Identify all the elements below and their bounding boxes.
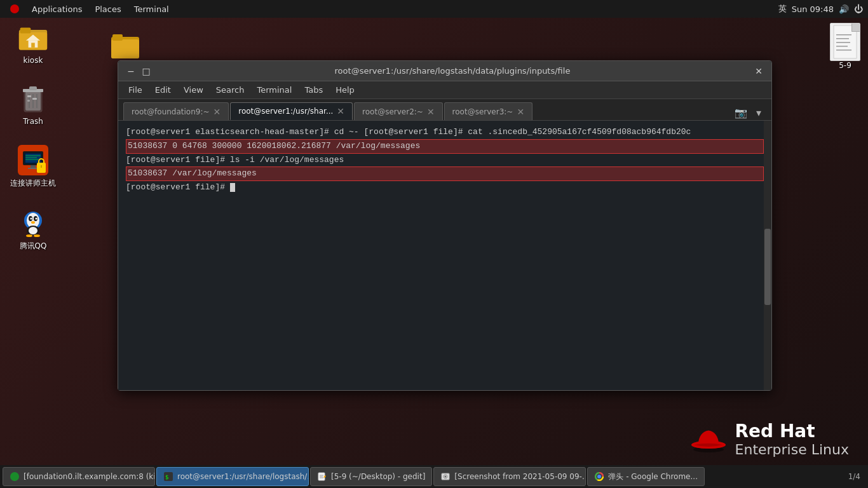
terminal-menubar: File Edit View Search Terminal Tabs Help <box>118 81 771 99</box>
desktop-icons-left: kiosk <box>8 23 58 252</box>
taskbar-chrome-label: 弹头 - Google Chrome... <box>608 471 698 482</box>
terminal-menu-terminal[interactable]: Terminal <box>252 84 297 96</box>
chrome-icon-svg <box>595 472 604 481</box>
taskbar-chrome-icon <box>594 471 604 482</box>
terminal-menu-edit[interactable]: Edit <box>150 84 176 96</box>
terminal-menu-tabs[interactable]: Tabs <box>299 84 328 96</box>
svg-rect-3 <box>20 27 31 33</box>
places-menu[interactable]: Places <box>90 3 126 15</box>
taskbar-item-terminal[interactable]: $ root@server1:/usr/share/logstash/... <box>156 467 309 486</box>
terminal-line-3-highlighted: 51038637 0 64768 300000 1620018062.21687… <box>126 139 764 154</box>
file-icon-59[interactable]: 5-9 <box>830 23 860 70</box>
kiosk-label: kiosk <box>24 56 43 65</box>
svg-point-37 <box>29 227 37 234</box>
terminal-tabs: root@foundation9:~ ✕ root@server1:/usr/s… <box>118 99 771 121</box>
top-bar-right: 英 Sun 09:48 🔊 ⏻ <box>778 3 863 15</box>
terminal-scrollbar-thumb[interactable] <box>764 229 771 305</box>
svg-rect-48 <box>836 42 850 43</box>
taskbar-item-chrome[interactable]: 弹头 - Google Chrome... <box>587 467 705 486</box>
tab-server3-close[interactable]: ✕ <box>517 107 524 116</box>
svg-rect-42 <box>112 34 123 41</box>
tab-server3[interactable]: root@server3:~ ✕ <box>444 102 533 120</box>
svg-point-39 <box>34 234 40 237</box>
terminal-minimize-btn[interactable]: − <box>126 66 136 76</box>
redhat-hat-icon <box>689 423 728 455</box>
screenshot-icon-svg <box>441 472 450 481</box>
terminal-menu[interactable]: Terminal <box>129 3 174 15</box>
desktop: Applications Places Terminal 英 Sun 09:48… <box>0 0 868 488</box>
tab-foundation9[interactable]: root@foundation9:~ ✕ <box>123 102 229 120</box>
taskbar-terminal-icon: $ <box>163 471 173 482</box>
top-bar-left: Applications Places Terminal <box>5 3 174 15</box>
kiosk-folder-icon <box>18 23 48 53</box>
tab-server1-close[interactable]: ✕ <box>337 107 344 116</box>
terminal-line-5-highlighted: 51038637 /var/log/messages <box>126 166 764 181</box>
svg-point-35 <box>31 221 35 224</box>
tab-dropdown-btn[interactable]: ▾ <box>751 105 766 120</box>
taskbar-item-screenshot[interactable]: [Screenshot from 2021-05-09 09-... <box>433 467 586 486</box>
svg-rect-28 <box>41 165 42 168</box>
taskbar-kiosk-icon <box>10 471 20 482</box>
tab-server1[interactable]: root@server1:/usr/shar... ✕ <box>230 102 353 120</box>
svg-rect-13 <box>29 86 37 90</box>
file-img <box>830 23 860 61</box>
terminal-line-2: [root@server1 file]# cat .sincedb_452905… <box>363 127 691 137</box>
tab-server2-label: root@server2:~ <box>362 107 423 116</box>
terminal-menu-search[interactable]: Search <box>211 84 250 96</box>
language-indicator[interactable]: 英 <box>778 3 787 15</box>
terminal-scrollbar[interactable] <box>764 121 771 390</box>
connect-icon <box>18 145 48 175</box>
svg-rect-49 <box>836 46 848 47</box>
terminal-menu-view[interactable]: View <box>179 84 208 96</box>
power-icon[interactable]: ⏻ <box>854 4 863 14</box>
svg-point-65 <box>597 475 601 478</box>
taskbar-kiosk-dot <box>10 472 19 481</box>
redhat-dot-icon <box>10 4 19 13</box>
terminal-controls: − □ <box>126 66 151 76</box>
terminal-close-btn[interactable]: ✕ <box>754 66 764 76</box>
tab-server2-close[interactable]: ✕ <box>427 107 435 116</box>
file-59-label: 5-9 <box>839 61 851 70</box>
tab-foundation9-label: root@foundation9:~ <box>132 107 210 116</box>
redhat-menu-button[interactable] <box>5 3 24 15</box>
svg-point-34 <box>36 218 37 220</box>
terminal-window: − □ root@server1:/usr/share/logstash/dat… <box>118 60 772 391</box>
tab-actions: 📷 ▾ <box>733 105 766 120</box>
taskbar-item-gedit[interactable]: [5-9 (~/Desktop) - gedit] <box>310 467 432 486</box>
svg-point-63 <box>445 476 447 478</box>
svg-rect-25 <box>28 168 38 169</box>
tab-screenshot-btn[interactable]: 📷 <box>733 105 749 120</box>
desktop-right-icons: 5-9 <box>830 23 860 70</box>
tab-server2[interactable]: root@server2:~ ✕ <box>354 102 443 120</box>
redhat-text-block: Red Hat Enterprise Linux <box>735 421 849 458</box>
taskbar-page-indicator: 1/4 <box>848 472 865 481</box>
qq-label: 腾讯QQ <box>20 241 47 252</box>
terminal-menu-file[interactable]: File <box>123 84 147 96</box>
svg-point-38 <box>26 234 32 237</box>
redhat-logo-text: Red Hat Enterprise Linux <box>689 421 849 458</box>
applications-menu[interactable]: Applications <box>27 3 87 15</box>
tab-server1-label: root@server1:/usr/shar... <box>238 107 333 116</box>
terminal-menu-help[interactable]: Help <box>330 84 360 96</box>
redhat-logo: Red Hat Enterprise Linux <box>689 421 849 458</box>
desktop-icon-trash[interactable]: Trash <box>8 84 58 126</box>
taskbar-screenshot-label: [Screenshot from 2021-05-09 09-... <box>454 472 586 481</box>
desktop-icon-kiosk[interactable]: kiosk <box>8 23 58 65</box>
desktop-icon-qq[interactable]: 腾讯QQ <box>8 208 58 252</box>
connect-label: 连接讲师主机 <box>10 178 56 189</box>
terminal-cursor <box>230 183 235 192</box>
tab-foundation9-close[interactable]: ✕ <box>214 107 221 116</box>
volume-icon[interactable]: 🔊 <box>839 4 849 14</box>
svg-rect-16 <box>32 98 37 100</box>
taskbar-item-kiosk[interactable]: [foundation0.ilt.example.com:8 (kio... <box>3 467 155 486</box>
trash-label: Trash <box>23 117 43 126</box>
terminal-content[interactable]: [root@server1 elasticsearch-head-master]… <box>118 121 771 390</box>
desktop-icon-connect[interactable]: 连接讲师主机 <box>8 145 58 189</box>
redhat-title: Red Hat <box>735 421 849 442</box>
svg-rect-50 <box>836 50 851 51</box>
svg-rect-41 <box>111 39 139 58</box>
terminal-maximize-btn[interactable]: □ <box>141 66 151 76</box>
taskbar-gedit-label: [5-9 (~/Desktop) - gedit] <box>331 472 425 481</box>
svg-rect-46 <box>836 34 851 36</box>
tab-server3-label: root@server3:~ <box>452 107 513 116</box>
